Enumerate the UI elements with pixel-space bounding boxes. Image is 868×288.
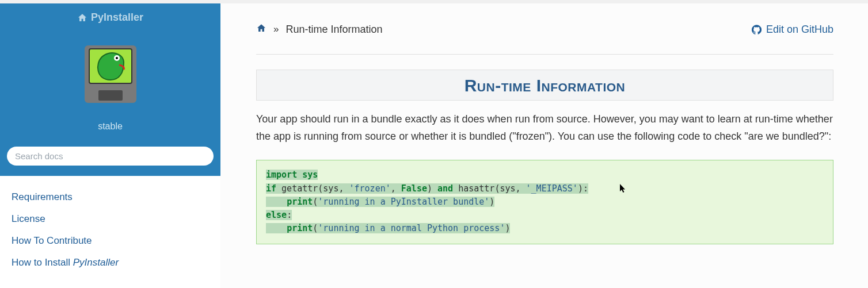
intro-paragraph: Your app should run in a bundle exactly … <box>256 111 833 145</box>
sidebar-item-0[interactable]: Requirements <box>12 186 209 208</box>
brand-name: PyInstaller <box>91 11 143 24</box>
version-label: stable <box>0 121 220 132</box>
sidebar: PyInstaller stable RequirementsLicenseHo… <box>0 3 220 288</box>
sidebar-header: PyInstaller stable <box>0 3 220 139</box>
logo-icon <box>79 35 142 116</box>
edit-label: Edit on GitHub <box>766 24 833 36</box>
divider <box>256 54 833 55</box>
search-input[interactable] <box>7 147 214 166</box>
home-icon <box>256 23 267 33</box>
page-title: Run-time Information <box>256 70 833 101</box>
breadcrumb-separator: » <box>273 24 279 35</box>
sidebar-item-3[interactable]: How to Install PyInstaller <box>12 252 209 274</box>
github-icon <box>752 25 762 34</box>
breadcrumb-current: Run-time Information <box>285 24 382 36</box>
search-wrap <box>0 139 220 176</box>
edit-on-github-link[interactable]: Edit on GitHub <box>752 24 833 36</box>
breadcrumb: » Run-time Information Edit on GitHub <box>256 23 833 36</box>
code-example: import sys if getattr(sys, 'frozen', Fal… <box>256 160 833 244</box>
logo <box>79 35 142 116</box>
home-icon <box>77 13 87 22</box>
brand-link[interactable]: PyInstaller <box>77 11 143 24</box>
sidebar-nav: RequirementsLicenseHow To ContributeHow … <box>0 176 220 274</box>
breadcrumb-home[interactable] <box>256 23 267 36</box>
svg-rect-2 <box>98 90 123 101</box>
svg-point-4 <box>116 57 118 59</box>
main-content: » Run-time Information Edit on GitHub Ru… <box>220 3 868 288</box>
sidebar-item-1[interactable]: License <box>12 208 209 230</box>
sidebar-item-2[interactable]: How To Contribute <box>12 230 209 252</box>
